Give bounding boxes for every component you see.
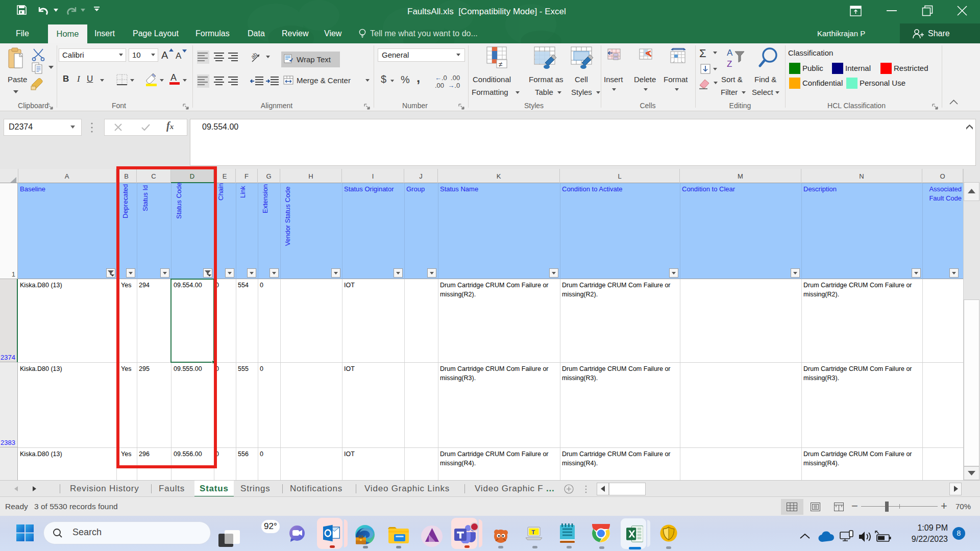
svg-text:T: T [531,529,535,535]
svg-text:Z: Z [727,59,732,69]
svg-text:ab: ab [251,52,258,60]
svg-text:A: A [727,48,733,58]
svg-text:≠: ≠ [499,60,503,68]
